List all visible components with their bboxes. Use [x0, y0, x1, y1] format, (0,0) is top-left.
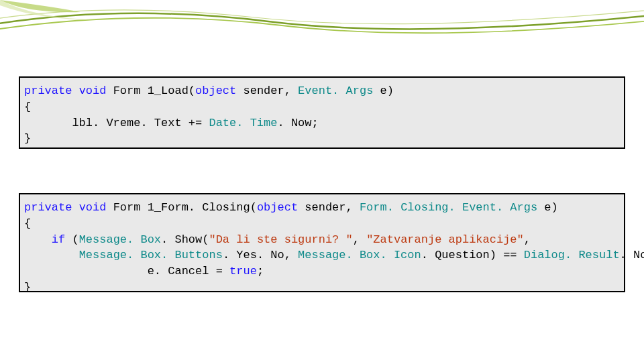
code-block-form-closing: private void Form 1_Form. Closing(object… — [19, 193, 625, 292]
keyword-true: true — [229, 265, 257, 278]
brace-close: } — [24, 132, 31, 145]
if-indent — [24, 233, 52, 246]
string-literal-1: "Da li ste sigurni? " — [209, 233, 352, 246]
type-datetime: Date. Time — [209, 117, 277, 129]
type-formclosingeventargs: Form. Closing. Event. Args — [360, 201, 537, 214]
if-open: ( — [65, 233, 78, 246]
dot-no: . No) — [620, 249, 644, 261]
semicolon: ; — [257, 265, 264, 278]
keyword-object: object — [257, 201, 298, 214]
brace-open: { — [24, 217, 31, 230]
comma-1: , — [353, 233, 366, 246]
string-literal-2: "Zatvaranje aplikacije" — [366, 233, 524, 246]
param-sender: sender, — [236, 84, 298, 97]
method-name: Form 1_Load( — [106, 84, 195, 97]
param-sender: sender, — [298, 201, 360, 214]
comma-2: , — [524, 233, 531, 246]
keyword-if: if — [52, 233, 65, 246]
param-e: e) — [373, 84, 394, 97]
brace-open: { — [24, 101, 31, 113]
type-messageboxbuttons: Message. Box. Buttons — [79, 249, 223, 261]
keyword-object: object — [195, 84, 236, 97]
dot-show: . Show( — [161, 233, 209, 246]
body-text: lbl. Vreme. Text += — [24, 117, 209, 129]
line3-indent — [24, 249, 79, 261]
keyword-void: void — [79, 201, 107, 214]
type-dialogresult: Dialog. Result — [524, 249, 620, 261]
keyword-private: private — [24, 84, 72, 97]
code-block-form-load: private void Form 1_Load(object sender, … — [19, 76, 625, 149]
question-eq: . Question) == — [421, 249, 524, 261]
body-now: . Now; — [277, 117, 318, 129]
keyword-private: private — [24, 201, 72, 214]
type-eventargs: Event. Args — [298, 84, 373, 97]
yesno: . Yes. No, — [223, 249, 298, 261]
type-messagebox: Message. Box — [79, 233, 161, 246]
param-e: e) — [537, 201, 558, 214]
method-name: Form 1_Form. Closing( — [106, 201, 256, 214]
line4-indent: e. Cancel = — [24, 265, 229, 278]
brace-close: } — [24, 281, 31, 294]
keyword-void: void — [79, 84, 107, 97]
type-messageboxicon: Message. Box. Icon — [298, 249, 421, 261]
